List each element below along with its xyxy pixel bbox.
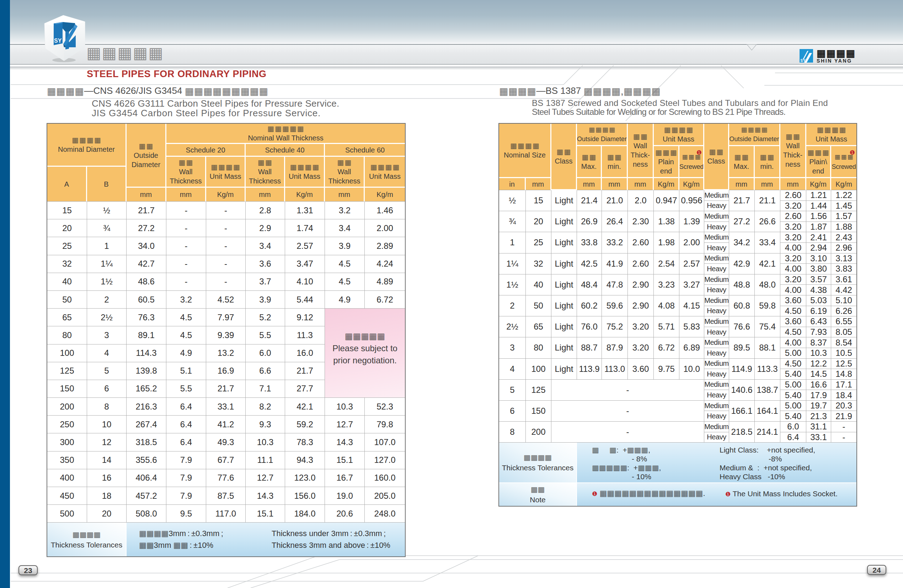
svg-text:SY: SY: [54, 38, 62, 44]
svg-text:SY: SY: [801, 59, 805, 63]
